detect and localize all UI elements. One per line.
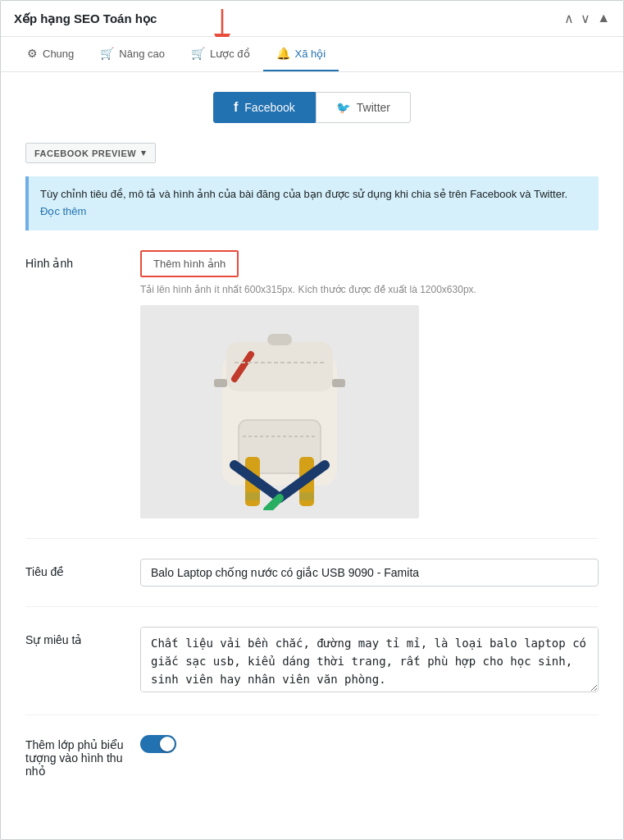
tab-navigation: ⚙ Chung 🛒 Nâng cao 🛒 Lược đồ 🔔 Xã hội	[1, 37, 623, 72]
su-mieu-ta-row: Sự miêu tả Chất liệu vải bền chắc, đường…	[25, 627, 599, 715]
image-hint-text: Tải lên hình ảnh ít nhất 600x315px. Kích…	[140, 284, 599, 295]
social-platform-tabs: f Facebook 🐦 Twitter	[25, 92, 599, 123]
svg-rect-15	[299, 492, 314, 500]
facebook-tab-label: Facebook	[244, 101, 294, 114]
tieu-de-content	[140, 559, 599, 587]
tab-chung[interactable]: ⚙ Chung	[14, 37, 87, 71]
tab-nang-cao-label: Nâng cao	[119, 48, 165, 60]
read-more-link[interactable]: Đọc thêm	[40, 205, 86, 217]
twitter-tab-button[interactable]: 🐦 Twitter	[316, 92, 411, 123]
backpack-image	[189, 313, 370, 510]
facebook-preview-label[interactable]: FACEBOOK PREVIEW ▾	[25, 143, 156, 163]
info-box: Tùy chỉnh tiêu đề, mô tả và hình ảnh của…	[25, 176, 599, 231]
window-title: Xếp hạng SEO Toán học	[14, 11, 157, 26]
close-button[interactable]: ▲	[597, 11, 610, 26]
tieu-de-row: Tiêu đề	[25, 559, 599, 607]
twitter-icon: 🐦	[336, 101, 350, 114]
toggle-container	[140, 735, 599, 753]
title-bar: Xếp hạng SEO Toán học ∧ ∨ ▲	[1, 1, 623, 37]
preview-label-text: FACEBOOK PREVIEW	[34, 148, 136, 158]
schema-icon: 🛒	[191, 47, 205, 60]
su-mieu-ta-content: Chất liệu vải bền chắc, đường may tỉ mỉ,…	[140, 627, 599, 695]
tab-nav-wrapper: ⚙ Chung 🛒 Nâng cao 🛒 Lược đồ 🔔 Xã hội	[1, 37, 623, 72]
them-lop-phu-label: Thêm lớp phủ biểu tượng vào hình thu nhỏ	[25, 735, 140, 778]
hinh-anh-row: Hình ảnh Thêm hình ảnh Tải lên hình ảnh …	[25, 250, 599, 539]
add-image-button[interactable]: Thêm hình ảnh	[140, 250, 239, 277]
su-mieu-ta-label: Sự miêu tả	[25, 627, 140, 646]
social-icon: 🔔	[276, 47, 290, 60]
them-lop-phu-toggle[interactable]	[140, 735, 176, 753]
content-area: f Facebook 🐦 Twitter FACEBOOK PREVIEW ▾ …	[1, 72, 623, 837]
svg-rect-14	[245, 492, 260, 500]
svg-rect-3	[267, 334, 292, 345]
them-lop-phu-content	[140, 735, 599, 753]
window-controls: ∧ ∨ ▲	[564, 11, 610, 26]
twitter-tab-label: Twitter	[357, 101, 390, 114]
gear-icon: ⚙	[27, 47, 38, 60]
svg-rect-6	[214, 379, 227, 387]
hinh-anh-label: Hình ảnh	[25, 250, 140, 270]
svg-rect-7	[332, 379, 345, 387]
expand-button[interactable]: ∨	[581, 11, 590, 26]
cart-icon: 🛒	[100, 47, 114, 60]
tab-chung-label: Chung	[43, 48, 74, 60]
main-window: Xếp hạng SEO Toán học ∧ ∨ ▲ ⚙ Chung 🛒	[0, 0, 624, 840]
svg-line-13	[267, 498, 280, 510]
tab-luoc-do[interactable]: 🛒 Lược đồ	[178, 37, 263, 71]
facebook-icon: f	[234, 100, 238, 115]
chevron-down-icon: ▾	[141, 148, 147, 158]
su-mieu-ta-input[interactable]: Chất liệu vải bền chắc, đường may tỉ mỉ,…	[140, 627, 599, 692]
hinh-anh-content: Thêm hình ảnh Tải lên hình ảnh ít nhất 6…	[140, 250, 599, 518]
toggle-knob	[160, 737, 175, 751]
image-preview-box	[140, 305, 419, 518]
tab-luoc-do-label: Lược đồ	[210, 48, 250, 60]
tieu-de-label: Tiêu đề	[25, 559, 140, 578]
tieu-de-input[interactable]	[140, 559, 599, 587]
facebook-tab-button[interactable]: f Facebook	[213, 92, 316, 123]
tab-xa-hoi-label: Xã hội	[295, 48, 326, 60]
preview-section-header: FACEBOOK PREVIEW ▾	[25, 143, 599, 163]
tab-xa-hoi[interactable]: 🔔 Xã hội	[263, 37, 339, 71]
tab-nang-cao[interactable]: 🛒 Nâng cao	[87, 37, 178, 71]
info-text: Tùy chỉnh tiêu đề, mô tả và hình ảnh của…	[40, 188, 567, 200]
them-lop-phu-row: Thêm lớp phủ biểu tượng vào hình thu nhỏ	[25, 735, 599, 797]
minimize-button[interactable]: ∧	[564, 11, 574, 26]
